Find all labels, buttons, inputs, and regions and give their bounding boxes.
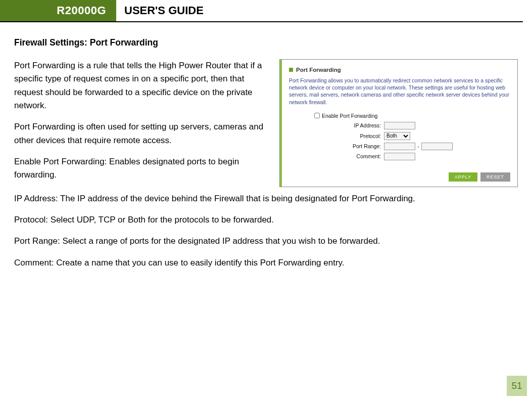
paragraph: Port Forwarding is often used for settin… [14, 120, 270, 147]
port-range-end-input[interactable] [421, 143, 453, 150]
body-text-full: IP Address: The IP address of the device… [14, 192, 518, 270]
paragraph: Enable Port Forwarding: Enables designat… [14, 155, 270, 182]
panel-description: Port Forwarding allows you to automatica… [289, 77, 510, 106]
range-dash: - [417, 143, 419, 149]
page-number: 51 [507, 376, 527, 396]
form-area: Enable Port Forwarding IP Address: Preto… [314, 113, 510, 160]
protocol-select[interactable]: Both [384, 132, 410, 140]
port-range-row: Port Range: - [314, 143, 510, 150]
apply-button[interactable]: APPLY [449, 172, 477, 182]
enable-label: Enable Port Forwarding [322, 113, 377, 119]
ip-address-input[interactable] [384, 122, 415, 129]
paragraph: Protocol: Select UDP, TCP or Both for th… [14, 213, 518, 227]
paragraph: Port Range: Select a range of ports for … [14, 235, 518, 248]
document-header: R20000G USER'S GUIDE [0, 0, 523, 22]
panel-accent-stripe [280, 60, 282, 187]
enable-row: Enable Port Forwarding [314, 113, 510, 119]
config-screenshot: Port Forwarding Port Forwarding allows y… [279, 59, 518, 187]
protocol-row: Pretocol: Both [314, 132, 510, 140]
model-badge: R20000G [0, 0, 116, 21]
comment-row: Comment: [314, 153, 510, 160]
guide-title: USER'S GUIDE [116, 0, 212, 21]
comment-label: Comment: [314, 153, 384, 159]
paragraph: Port Forwarding is a rule that tells the… [14, 59, 270, 112]
protocol-label: Pretocol: [314, 133, 384, 139]
ip-address-label: IP Address: [314, 122, 384, 128]
port-range-label: Port Range: [314, 143, 384, 149]
square-bullet-icon [289, 68, 293, 72]
panel-title: Port Forwarding [296, 67, 341, 73]
comment-input[interactable] [384, 153, 415, 160]
section-title: Firewall Settings: Port Forwarding [14, 37, 518, 48]
port-range-start-input[interactable] [384, 143, 415, 150]
body-text-left: Port Forwarding is a rule that tells the… [14, 59, 270, 190]
reset-button[interactable]: RESET [480, 172, 510, 182]
paragraph: IP Address: The IP address of the device… [14, 192, 518, 205]
two-column-layout: Port Forwarding is a rule that tells the… [14, 59, 518, 190]
port-forwarding-panel: Port Forwarding Port Forwarding allows y… [279, 59, 518, 187]
page-content: Firewall Settings: Port Forwarding Port … [0, 22, 532, 270]
enable-port-forwarding-checkbox[interactable] [314, 113, 320, 118]
ip-address-row: IP Address: [314, 122, 510, 129]
button-row: APPLY RESET [289, 172, 510, 182]
panel-title-row: Port Forwarding [289, 67, 510, 73]
paragraph: Comment: Create a name that you can use … [14, 256, 518, 270]
